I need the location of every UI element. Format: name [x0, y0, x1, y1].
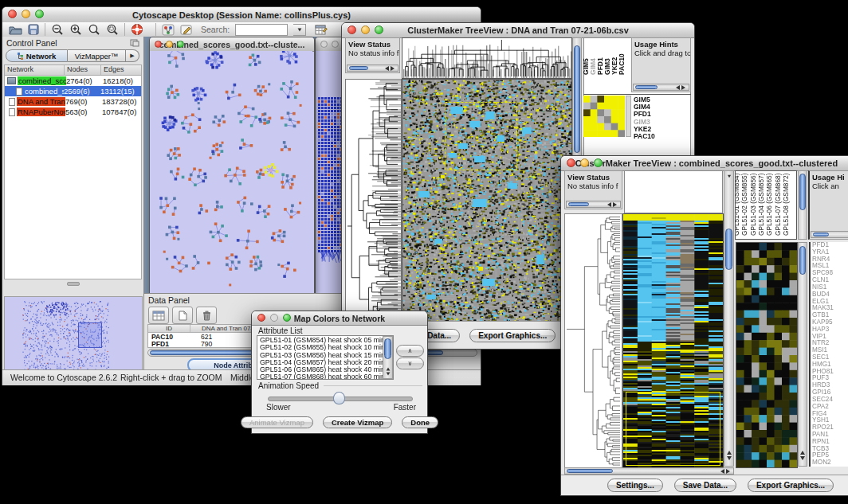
gene-label[interactable]: KAP95: [812, 319, 848, 326]
open-file-icon[interactable]: [9, 24, 22, 35]
annotation-icon[interactable]: [180, 24, 194, 36]
tv1-column-dendrogram[interactable]: [402, 37, 572, 79]
tv2-column-label[interactable]: GPL51-04 (GSM857): [757, 174, 765, 236]
network-view-canvas[interactable]: [150, 51, 312, 292]
gene-label[interactable]: FIG4: [812, 411, 848, 418]
network-list-row[interactable]: DNA and Tran 07 769(0) 183728(0): [5, 96, 141, 107]
gene-label[interactable]: HRD3: [812, 382, 848, 389]
scroll-thumb[interactable]: [574, 45, 580, 153]
gene-label[interactable]: YRA1: [812, 249, 848, 256]
gene-label[interactable]: MSI1: [812, 347, 848, 354]
new-attribute-button[interactable]: [172, 307, 193, 324]
tv1-column-label[interactable]: PAC10: [618, 53, 626, 75]
tv2-status-hscrollbar[interactable]: [566, 201, 621, 208]
float-panel-icon[interactable]: [130, 39, 139, 47]
scroll-thumb[interactable]: [384, 338, 391, 359]
gene-label[interactable]: TCB3: [812, 446, 848, 453]
zoom-window-icon[interactable]: [35, 10, 44, 18]
network-list-row[interactable]: combined_sco 2569(6) 13112(15): [5, 86, 141, 96]
gene-label[interactable]: PEP5: [812, 452, 848, 459]
gene-label[interactable]: BUD4: [812, 291, 848, 299]
network-list-row[interactable]: RNAPuberNov2+ 563(0) 107847(0): [5, 107, 141, 117]
zoom-fit-icon[interactable]: [88, 24, 100, 36]
tab-network[interactable]: Network: [6, 49, 68, 62]
gene-label[interactable]: VIP1: [812, 334, 848, 341]
vizmapper-nodes-icon[interactable]: [162, 24, 175, 36]
scroll-thumb[interactable]: [349, 66, 368, 70]
dense-network-view[interactable]: [316, 51, 344, 292]
treeview2-titlebar[interactable]: ClusterMaker TreeView : combined_scores_…: [561, 156, 848, 171]
gene-label[interactable]: GPI16: [812, 389, 848, 397]
zoom-in-icon[interactable]: [69, 24, 82, 36]
tab-vizmapper[interactable]: VizMapper™: [68, 49, 126, 62]
close-icon[interactable]: [155, 41, 162, 48]
minimize-icon[interactable]: [332, 41, 339, 48]
move-up-button[interactable]: ∧: [396, 345, 424, 357]
attribute-list-item[interactable]: GPL51-04 (GSM857) heat shock 20 min: [260, 359, 393, 366]
scroll-thumb[interactable]: [635, 85, 658, 89]
tv2-zoom-vscrollbar[interactable]: [798, 242, 807, 467]
close-icon[interactable]: [257, 314, 265, 322]
gene-label[interactable]: NIS1: [812, 284, 848, 291]
zoom-window-icon[interactable]: [375, 25, 383, 34]
minimize-icon[interactable]: [361, 25, 370, 34]
scroll-thumb[interactable]: [725, 229, 732, 270]
zoom-selected-icon[interactable]: [106, 24, 119, 36]
tv2-global-heatmap[interactable]: [622, 213, 724, 468]
gene-label[interactable]: RPO21: [812, 424, 848, 432]
gene-label[interactable]: RPN1: [812, 439, 848, 446]
gene-label[interactable]: RNR4: [812, 256, 848, 264]
gene-label[interactable]: MSL1: [812, 263, 848, 270]
main-title-bar[interactable]: Cytoscape Desktop (Session Name: collins…: [2, 7, 481, 23]
gene-label[interactable]: MAK31: [812, 305, 848, 312]
minimize-icon[interactable]: [166, 41, 173, 48]
tv2-column-label[interactable]: GPL51-03 (GSM856): [749, 174, 757, 236]
treeview1-titlebar[interactable]: ClusterMaker TreeView : DNA and Tran 07-…: [342, 23, 694, 38]
gene-label[interactable]: SEC24: [812, 397, 848, 404]
speed-slider-thumb[interactable]: [333, 392, 345, 404]
tv2-column-label[interactable]: GPL51-02 (GSM855): [740, 174, 748, 236]
tv1-action-button[interactable]: Export Graphics...: [469, 329, 556, 342]
tv1-row-label[interactable]: PAC10: [634, 133, 689, 140]
tv2-action-button[interactable]: Settings...: [607, 479, 663, 492]
tv2-row-dendrogram[interactable]: [564, 213, 622, 468]
search-dropdown-button[interactable]: [293, 24, 306, 36]
tv1-heatmap[interactable]: [402, 79, 572, 322]
col-header-id[interactable]: ID: [148, 325, 190, 332]
network-frame-1-titlebar[interactable]: combined_scores_good.txt--cluste...: [150, 37, 314, 52]
tv1-status-hscrollbar[interactable]: [347, 64, 398, 72]
tv2-action-button[interactable]: Export Graphics...: [748, 479, 834, 492]
tv1-hints-hscrollbar[interactable]: [633, 84, 689, 91]
zoom-window-icon[interactable]: [177, 41, 184, 48]
table-edit-icon[interactable]: [315, 24, 328, 36]
tv2-column-label[interactable]: GPL51-08 (GSM872): [782, 174, 790, 236]
gene-label[interactable]: SEC1: [812, 354, 848, 361]
tv1-row-dendrogram[interactable]: [345, 79, 402, 322]
close-icon[interactable]: [320, 41, 328, 48]
attribute-list-item[interactable]: GPL51-07 (GSM868) heat shock 60 min: [260, 373, 393, 380]
minimize-icon[interactable]: [270, 314, 278, 322]
close-icon[interactable]: [347, 25, 356, 34]
gene-label[interactable]: ELG1: [812, 299, 848, 306]
dialog-button[interactable]: Animate Vizmap: [241, 416, 313, 428]
move-down-button[interactable]: ∨: [396, 357, 424, 369]
scroll-thumb[interactable]: [568, 202, 589, 206]
close-icon[interactable]: [567, 158, 575, 167]
tv2-zoom-heatmap[interactable]: [736, 242, 798, 468]
tv2-column-label[interactable]: GPL51-06 (GSM865): [765, 174, 773, 236]
gene-label[interactable]: MON2: [812, 459, 848, 467]
attribute-list-scrollbar[interactable]: [383, 336, 393, 379]
gene-label[interactable]: YSH1: [812, 417, 848, 424]
gene-label[interactable]: PHO81: [812, 369, 848, 376]
tv2-action-button[interactable]: Save Data...: [674, 479, 736, 492]
network-frame-1[interactable]: combined_scores_good.txt--cluste...: [149, 37, 315, 295]
attribute-list-item[interactable]: GPL51-06 (GSM865) heat shock 40 min: [260, 366, 393, 373]
gene-label[interactable]: CPA2: [812, 404, 848, 411]
minimize-icon[interactable]: [580, 158, 589, 167]
gene-label[interactable]: HAP3: [812, 326, 848, 334]
attribute-list-item[interactable]: GPL51-03 (GSM856) heat shock 15 min: [260, 352, 393, 359]
tv2-column-label[interactable]: GPL51-07 (GSM868): [774, 174, 782, 236]
tv2-global-vscrollbar[interactable]: [724, 170, 734, 467]
tv1-matrix-scrollbar[interactable]: [626, 96, 631, 137]
close-icon[interactable]: [8, 10, 17, 18]
